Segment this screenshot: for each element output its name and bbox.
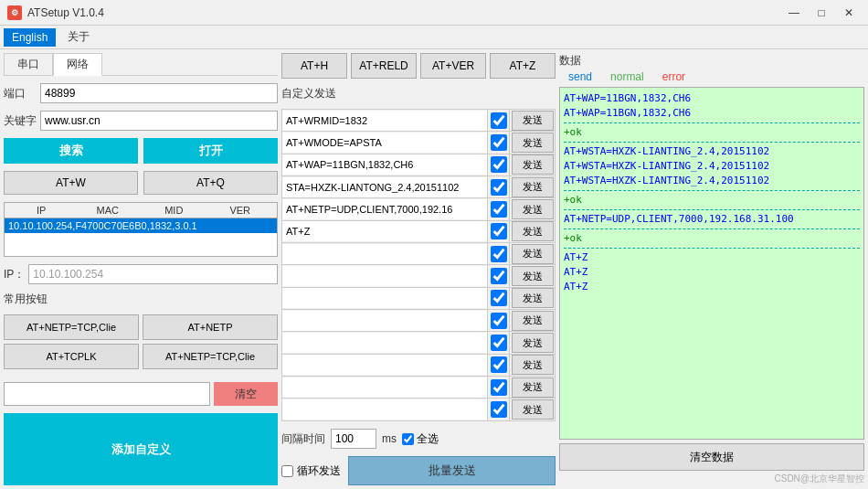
log-line: AT+WAP=11BGN,1832,CH6: [564, 106, 860, 121]
send-row-checkbox-2[interactable]: [491, 156, 507, 173]
clear-data-button[interactable]: 清空数据: [559, 443, 864, 471]
add-custom-button[interactable]: 添加自定义: [4, 413, 278, 485]
at-z-button[interactable]: AT+Z: [490, 53, 556, 79]
send-row-button-4[interactable]: 发送: [512, 199, 554, 219]
send-row-checkbox-3[interactable]: [491, 179, 507, 196]
window-controls: — □ ✕: [782, 5, 861, 21]
interval-input[interactable]: [331, 429, 376, 449]
send-table-row: 发送: [282, 265, 556, 287]
loop-send-label[interactable]: 循环发送: [281, 463, 341, 479]
log-area[interactable]: AT+WAP=11BGN,1832,CH6AT+WAP=11BGN,1832,C…: [559, 87, 864, 440]
send-row-button-0[interactable]: 发送: [512, 111, 554, 131]
ip-input[interactable]: [28, 264, 278, 284]
open-button[interactable]: 打开: [143, 138, 278, 164]
title-bar: ⚙ ATSetup V1.0.4 — □ ✕: [0, 0, 868, 26]
atw-button[interactable]: AT+W: [4, 171, 138, 195]
send-row-button-10[interactable]: 发送: [512, 333, 554, 353]
send-row-button-12[interactable]: 发送: [512, 377, 554, 398]
device-list-row[interactable]: 10.10.100.254,F4700C70E6B0,1832,3.0.1: [5, 218, 277, 233]
send-row-checkbox-10[interactable]: [491, 335, 507, 351]
batch-send-button[interactable]: 批量发送: [348, 456, 556, 485]
send-row-checkbox-4[interactable]: [491, 201, 507, 218]
send-table-row: 发送: [282, 176, 556, 198]
device-list-header: IP MAC MID VER: [5, 203, 277, 218]
log-line: AT+WSTA=HXZK-LIANTING_2.4,20151102: [564, 159, 860, 174]
send-row-input-13[interactable]: [282, 399, 487, 420]
send-row-checkbox-13[interactable]: [491, 401, 507, 418]
ms-label: ms: [382, 432, 397, 445]
send-row-checkbox-6[interactable]: [491, 246, 507, 262]
col-ip: IP: [8, 205, 75, 216]
send-row-input-12[interactable]: [282, 377, 487, 398]
select-all-checkbox[interactable]: [402, 433, 414, 445]
send-row-input-0[interactable]: [282, 111, 487, 131]
loop-send-checkbox[interactable]: [281, 465, 293, 477]
col-ver: VER: [207, 205, 274, 216]
send-row-checkbox-11[interactable]: [491, 356, 507, 373]
send-table-row: 发送: [282, 198, 556, 220]
send-row-button-13[interactable]: 发送: [512, 399, 554, 420]
keyword-input[interactable]: [40, 111, 278, 131]
send-row-button-2[interactable]: 发送: [512, 154, 554, 175]
at-ver-button[interactable]: AT+VER: [420, 53, 486, 79]
send-row-button-5[interactable]: 发送: [512, 221, 554, 241]
common-btn-2[interactable]: AT+TCPLK: [4, 344, 139, 369]
log-line: [564, 227, 860, 229]
right-panel: 数据 send normal error AT+WAP=11BGN,1832,C…: [559, 53, 864, 485]
send-row-checkbox-0[interactable]: [491, 112, 507, 129]
send-row-checkbox-7[interactable]: [491, 268, 507, 284]
tab-serial[interactable]: 串口: [4, 53, 53, 75]
port-input[interactable]: [40, 83, 278, 103]
common-btn-3[interactable]: AT+NETP=TCP,Clie: [143, 344, 278, 369]
send-row-input-4[interactable]: [282, 199, 487, 219]
clear-button[interactable]: 清空: [214, 382, 278, 406]
common-btn-grid: AT+NETP=TCP,Clie AT+NETP AT+TCPLK AT+NET…: [4, 314, 278, 369]
keyword-row: 关键字: [4, 111, 278, 131]
send-row-button-8[interactable]: 发送: [512, 288, 554, 308]
send-row-checkbox-8[interactable]: [491, 290, 507, 306]
send-row-button-6[interactable]: 发送: [512, 244, 554, 264]
send-row-input-10[interactable]: [282, 333, 487, 353]
maximize-button[interactable]: □: [810, 5, 833, 21]
at-reld-button[interactable]: AT+RELD: [351, 53, 417, 79]
search-button[interactable]: 搜索: [4, 138, 138, 164]
select-all-label[interactable]: 全选: [402, 431, 439, 447]
send-row-input-11[interactable]: [282, 355, 487, 375]
send-row-button-7[interactable]: 发送: [512, 266, 554, 286]
send-row-button-9[interactable]: 发送: [512, 311, 554, 331]
atq-button[interactable]: AT+Q: [143, 171, 278, 195]
send-row-input-2[interactable]: [282, 154, 487, 175]
send-row-input-8[interactable]: [282, 288, 487, 308]
send-row-checkbox-12[interactable]: [491, 379, 507, 396]
custom-text-input[interactable]: [4, 382, 210, 406]
about-button[interactable]: 关于: [59, 27, 98, 48]
close-button[interactable]: ✕: [837, 5, 861, 21]
send-row-button-1[interactable]: 发送: [512, 133, 554, 153]
log-line: [564, 207, 860, 210]
send-row-input-9[interactable]: [282, 311, 487, 331]
bottom-controls: 间隔时间 ms 全选: [281, 429, 556, 449]
send-row-input-6[interactable]: [282, 244, 487, 264]
english-button[interactable]: English: [4, 28, 56, 47]
col-normal-label: normal: [610, 70, 644, 83]
at-h-button[interactable]: AT+H: [281, 53, 347, 79]
device-list: IP MAC MID VER 10.10.100.254,F4700C70E6B…: [4, 202, 278, 257]
send-row-checkbox-5[interactable]: [491, 223, 507, 239]
common-btn-0[interactable]: AT+NETP=TCP,Clie: [4, 314, 139, 340]
log-line: +ok: [564, 125, 860, 140]
send-row-input-5[interactable]: [282, 221, 487, 241]
send-row-button-11[interactable]: 发送: [512, 355, 554, 375]
common-btn-1[interactable]: AT+NETP: [143, 314, 278, 340]
send-row-button-3[interactable]: 发送: [512, 177, 554, 197]
send-row-input-1[interactable]: [282, 133, 487, 153]
send-table-row: 发送: [282, 354, 556, 376]
send-row-input-7[interactable]: [282, 266, 487, 286]
interval-label: 间隔时间: [281, 431, 325, 447]
send-row-checkbox-1[interactable]: [491, 134, 507, 151]
send-row-checkbox-9[interactable]: [491, 313, 507, 329]
send-row-input-3[interactable]: [282, 177, 487, 197]
log-line: [564, 121, 860, 123]
minimize-button[interactable]: —: [782, 5, 806, 21]
tab-network[interactable]: 网络: [53, 53, 102, 76]
bottom-row: 循环发送 批量发送: [281, 456, 556, 485]
